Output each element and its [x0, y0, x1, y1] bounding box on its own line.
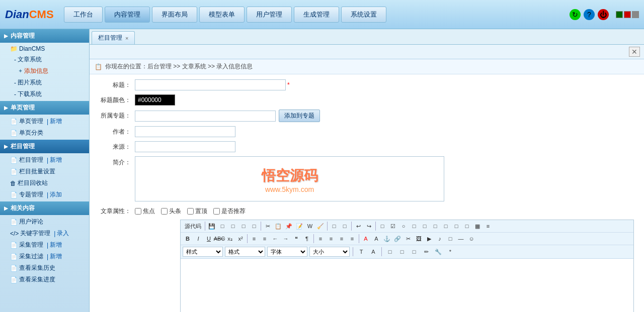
- tb-form1-btn[interactable]: □: [409, 221, 419, 231]
- tb-unlink-btn[interactable]: ✂: [403, 234, 413, 244]
- nav-settings[interactable]: 系统设置: [341, 7, 386, 23]
- attr-recommend[interactable]: 是否推荐: [213, 207, 246, 216]
- tb-cut-btn[interactable]: ✂: [263, 221, 273, 231]
- tb-image-btn[interactable]: 🖼: [414, 234, 424, 244]
- refresh-icon[interactable]: ↻: [570, 9, 581, 20]
- tb-template-btn[interactable]: □: [217, 221, 227, 231]
- tb-tbl-btn[interactable]: ▦: [472, 221, 482, 231]
- tb-color-btn[interactable]: A: [361, 234, 371, 244]
- sidebar-section-single[interactable]: ▶ 单页管理: [0, 101, 89, 115]
- attr-pin[interactable]: 置顶: [187, 207, 207, 216]
- tb-outdent-btn[interactable]: ←: [270, 234, 280, 244]
- intro-textarea[interactable]: [135, 156, 444, 201]
- attr-focus-cb[interactable]: [135, 208, 141, 215]
- sidebar-item-collect-new[interactable]: 新增: [50, 241, 62, 249]
- tb-align-right-btn[interactable]: ≡: [337, 234, 347, 244]
- tb-video-btn[interactable]: ▶: [424, 234, 434, 244]
- sidebar-item-single-page[interactable]: 📄 单页管理 | 新增: [0, 116, 89, 127]
- attr-headline[interactable]: 头条: [161, 207, 181, 216]
- help-icon[interactable]: ?: [584, 9, 595, 20]
- nav-content[interactable]: 内容管理: [105, 7, 150, 23]
- tb-source-btn[interactable]: 源代码: [183, 221, 203, 231]
- tb-more-btn[interactable]: ≡: [483, 221, 493, 231]
- format-select[interactable]: 格式: [225, 247, 265, 257]
- tb-align-center-btn[interactable]: ≡: [326, 234, 336, 244]
- tb-undo-btn[interactable]: ↩: [353, 221, 363, 231]
- sidebar-item-collect-mgmt[interactable]: 📄 采集管理 | 新增: [0, 239, 89, 251]
- source-input[interactable]: [135, 141, 235, 152]
- tb-paste-word-btn[interactable]: W: [305, 221, 315, 231]
- tb-anchor-btn[interactable]: ⚓: [382, 234, 392, 244]
- sidebar-item-single-category[interactable]: 📄 单页分类: [0, 127, 89, 139]
- nav-layout[interactable]: 界面布局: [152, 7, 197, 23]
- tb-align-left-btn[interactable]: ≡: [315, 234, 326, 244]
- attr-recommend-cb[interactable]: [213, 208, 220, 215]
- tb-bold-btn[interactable]: B: [183, 234, 193, 244]
- author-input[interactable]: [135, 126, 235, 137]
- tb-s1-btn[interactable]: □: [385, 247, 395, 257]
- tb-tx2-btn[interactable]: A: [368, 247, 378, 257]
- sidebar-item-keywords[interactable]: </> 关键字管理 | 录入: [0, 228, 89, 239]
- sidebar-item-diancms[interactable]: 📁 DianCMS: [0, 44, 89, 54]
- style-select[interactable]: 样式: [183, 247, 223, 257]
- tb-save-btn[interactable]: 💾: [207, 221, 217, 231]
- tb-superscript-btn[interactable]: x²: [235, 234, 246, 244]
- sidebar-item-topic-mgmt[interactable]: 📄 专题管理 | 添加: [0, 189, 89, 200]
- tb-underline-btn[interactable]: U: [204, 234, 214, 244]
- title-input[interactable]: [135, 79, 286, 90]
- sidebar-section-column[interactable]: ▶ 栏目管理: [0, 140, 89, 153]
- tab-column-mgmt[interactable]: 栏目管理 ×: [92, 31, 135, 44]
- tab-close-btn[interactable]: ×: [125, 35, 128, 41]
- sidebar-item-collect-progress[interactable]: 📄 查看采集进度: [0, 274, 89, 285]
- sidebar-item-column-trash[interactable]: 🗑 栏目回收站: [0, 177, 89, 189]
- tb-s5-btn[interactable]: 🔧: [433, 247, 443, 257]
- attr-pin-cb[interactable]: [187, 208, 194, 215]
- sidebar-section-content[interactable]: ▶ 内容管理: [0, 29, 89, 43]
- sidebar-item-collect-history[interactable]: 📄 查看采集历史: [0, 262, 89, 274]
- sidebar-section-related[interactable]: ▶ 相关内容: [0, 201, 89, 215]
- sidebar-item-add-info[interactable]: ✦ 添加信息: [0, 65, 89, 77]
- editor-body[interactable]: [181, 259, 633, 312]
- tb-clean-btn[interactable]: 🧹: [315, 221, 326, 231]
- tb-paste-text-btn[interactable]: 📝: [294, 221, 304, 231]
- size-select[interactable]: 大小: [309, 247, 350, 257]
- tb-ul-btn[interactable]: ≡: [260, 234, 270, 244]
- close-x-btn[interactable]: ✕: [629, 47, 640, 57]
- sidebar-item-download-system[interactable]: - 下载系统: [0, 88, 89, 100]
- tb-s2-btn[interactable]: □: [397, 247, 407, 257]
- tb-find-btn[interactable]: □: [377, 221, 387, 231]
- tb-line-btn[interactable]: —: [456, 234, 466, 244]
- tb-copy-btn[interactable]: 📋: [273, 221, 283, 231]
- tb-form4-btn[interactable]: □: [441, 221, 451, 231]
- tb-select-btn[interactable]: □: [329, 221, 339, 231]
- add-topic-btn[interactable]: 添加到专题: [279, 110, 320, 122]
- attr-headline-cb[interactable]: [161, 208, 168, 215]
- tb-preview-btn[interactable]: □: [228, 221, 238, 231]
- tb-box-btn[interactable]: □: [445, 234, 455, 244]
- sidebar-item-keywords-enter[interactable]: 录入: [57, 229, 69, 238]
- tb-s3-btn[interactable]: □: [409, 247, 419, 257]
- tb-form2-btn[interactable]: □: [420, 221, 430, 231]
- sidebar-item-column-batch[interactable]: 📄 栏目批量设置: [0, 166, 89, 177]
- tb-tx-btn[interactable]: T: [356, 247, 366, 257]
- tb-paste-btn[interactable]: 📌: [284, 221, 294, 231]
- tb-bgcolor-btn[interactable]: A: [371, 234, 381, 244]
- tb-indent-btn[interactable]: →: [281, 234, 291, 244]
- sidebar-item-column-new[interactable]: 新增: [50, 156, 62, 164]
- sidebar-item-image-system[interactable]: - 图片系统: [0, 77, 89, 88]
- tb-italic-btn[interactable]: I: [193, 234, 203, 244]
- tb-s6-btn[interactable]: *: [445, 247, 455, 257]
- tb-form5-btn[interactable]: □: [451, 221, 461, 231]
- topic-input[interactable]: [135, 111, 276, 122]
- tb-img-btn[interactable]: □: [238, 221, 249, 231]
- sidebar-item-topic-add[interactable]: 添加: [50, 190, 62, 199]
- sidebar-item-collect-filter[interactable]: 📄 采集过滤 | 新增: [0, 251, 89, 262]
- tb-form3-btn[interactable]: □: [430, 221, 440, 231]
- tb-smiley-btn[interactable]: ☺: [466, 234, 476, 244]
- tb-link-btn[interactable]: 🔗: [392, 234, 403, 244]
- tb-ol-btn[interactable]: ≡: [249, 234, 259, 244]
- sidebar-item-single-new-label[interactable]: 新增: [50, 117, 62, 126]
- tb-s4-btn[interactable]: ✏: [421, 247, 431, 257]
- tb-blockquote-btn[interactable]: ❝: [291, 234, 301, 244]
- nav-workbench[interactable]: 工作台: [64, 7, 103, 23]
